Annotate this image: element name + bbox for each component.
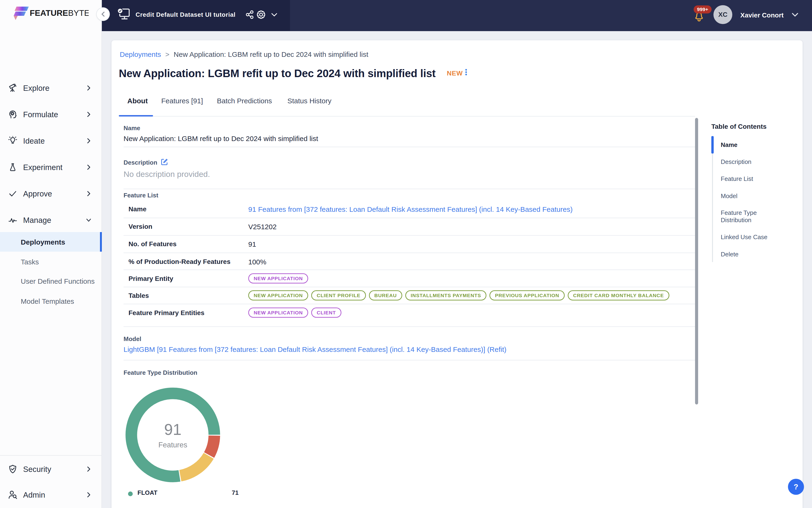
svg-text:FEATUREBYTE: FEATUREBYTE	[30, 8, 89, 17]
